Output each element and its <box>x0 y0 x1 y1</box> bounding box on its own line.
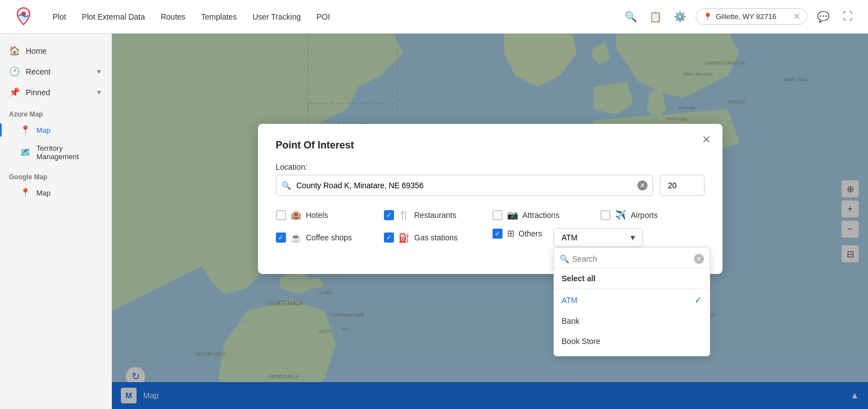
nav-templates[interactable]: Templates <box>201 12 237 21</box>
main: 🏠 Home 🕐 Recent ▼ 📌 Pinned ▼ Azure Map 📍… <box>0 34 868 409</box>
logo <box>11 3 36 30</box>
sidebar-item-pinned[interactable]: 📌 Pinned ▼ <box>0 82 111 103</box>
search-icon-btn[interactable]: 🔍 <box>622 8 640 26</box>
poi-checkbox-attractions[interactable] <box>492 210 503 220</box>
poi-modal: Point Of Interest ✕ Location: 🔍 ✕ <box>258 124 722 274</box>
poi-checkbox-coffee[interactable] <box>276 233 286 243</box>
poi-checkboxes-grid: 🏨 Hotels 🍴 Restaurants 📷 Attractions <box>276 210 705 247</box>
airports-icon: ✈️ <box>615 210 626 220</box>
sidebar-item-azure-map[interactable]: 📍 Map <box>0 120 59 140</box>
poi-checkbox-hotels[interactable] <box>276 210 286 220</box>
poi-item-airports[interactable]: ✈️ Airports <box>600 210 705 220</box>
active-marker <box>0 123 2 137</box>
atm-dropdown-arrow-icon: ▼ <box>629 233 637 242</box>
chat-icon-btn[interactable]: 💬 <box>814 8 832 26</box>
nav-links: Plot Plot External Data Routes Templates… <box>53 12 605 21</box>
gas-icon: ⛽ <box>398 233 410 243</box>
dropdown-search-icon: 🔍 <box>560 254 569 263</box>
recent-icon: 🕐 <box>9 66 20 77</box>
nav-user-tracking[interactable]: User Tracking <box>252 12 301 21</box>
poi-label-gas: Gas stations <box>414 233 458 242</box>
territory-icon: 🗺️ <box>20 147 31 157</box>
dropdown-select-all[interactable]: Select all <box>554 268 710 289</box>
nav-right: 🔍 📋 ⚙️ 📍 Gillette, WY 82716 ✕ 💬 ⛶ <box>622 8 857 26</box>
restaurant-icon: 🍴 <box>398 210 410 220</box>
location-search-input[interactable] <box>276 175 653 196</box>
sidebar-home-label: Home <box>26 47 46 55</box>
radius-input[interactable] <box>660 175 705 196</box>
poi-label-attractions: Attractions <box>523 211 560 220</box>
nav-plot[interactable]: Plot <box>53 12 66 21</box>
calendar-icon-btn[interactable]: 📋 <box>646 8 664 26</box>
poi-item-gas[interactable]: ⛽ Gas stations <box>384 228 488 247</box>
poi-item-hotels[interactable]: 🏨 Hotels <box>276 210 380 220</box>
poi-checkbox-airports[interactable] <box>600 210 611 220</box>
territory-label: Territory Management <box>36 144 102 161</box>
dropdown-item-bookstore-label: Book Store <box>562 337 600 346</box>
modal-location-row: 🔍 ✕ <box>276 175 705 196</box>
hotel-icon: 🏨 <box>290 210 302 220</box>
location-label: Location: <box>276 162 308 171</box>
pinned-icon: 📌 <box>9 87 20 97</box>
modal-title: Point Of Interest <box>276 140 705 151</box>
coffee-icon: ☕ <box>290 233 302 243</box>
location-pin-icon: 📍 <box>703 12 712 21</box>
home-icon: 🏠 <box>9 45 20 56</box>
modal-close-btn[interactable]: ✕ <box>702 133 711 146</box>
attractions-icon: 📷 <box>507 210 518 220</box>
poi-checkbox-restaurants[interactable] <box>384 210 394 220</box>
map-pin-icon: 📍 <box>20 125 31 135</box>
map-area[interactable]: CANADA Gulf of Alaska MEXICO GUATEMALA C… <box>112 34 868 409</box>
poi-item-others[interactable]: ⊞ Others ATM ▼ 🔍 <box>492 228 705 247</box>
atm-dropdown-value: ATM <box>562 233 578 242</box>
dropdown-item-atm-label: ATM <box>562 296 578 305</box>
dropdown-item-bookstore[interactable]: Book Store <box>554 331 710 351</box>
location-search-icon: 🔍 <box>281 181 291 190</box>
azure-map-section: Azure Map <box>0 103 111 120</box>
poi-checkbox-others[interactable] <box>492 229 503 239</box>
sidebar-item-recent[interactable]: 🕐 Recent ▼ <box>0 61 111 82</box>
poi-label-coffee: Coffee shops <box>306 233 352 242</box>
others-icon: ⊞ <box>507 228 514 239</box>
poi-item-coffee[interactable]: ☕ Coffee shops <box>276 228 380 247</box>
google-map-pin-icon: 📍 <box>20 188 31 198</box>
location-search-clear-btn[interactable]: ✕ <box>637 180 648 190</box>
sidebar-item-google-map[interactable]: 📍 Map <box>0 183 111 202</box>
recent-chevron-icon: ▼ <box>96 68 102 76</box>
location-bar[interactable]: 📍 Gillette, WY 82716 ✕ <box>696 8 808 25</box>
poi-label-hotels: Hotels <box>306 211 329 220</box>
dropdown-item-atm[interactable]: ATM ✓ <box>554 289 710 311</box>
pinned-chevron-icon: ▼ <box>96 89 102 96</box>
sidebar-item-territory[interactable]: 🗺️ Territory Management <box>0 140 111 165</box>
settings-icon-btn[interactable]: ⚙️ <box>671 8 689 26</box>
poi-label-others: Others <box>519 229 542 238</box>
location-bar-text: Gillette, WY 82716 <box>716 12 790 21</box>
dropdown-item-bank-label: Bank <box>562 317 580 326</box>
azure-map-item-wrap: 📍 Map <box>0 120 111 140</box>
nav-plot-external[interactable]: Plot External Data <box>82 12 145 21</box>
location-search-wrap: 🔍 ✕ <box>276 175 653 196</box>
poi-label-airports: Airports <box>631 211 658 220</box>
atm-check-icon: ✓ <box>695 295 702 305</box>
sidebar-recent-label: Recent <box>26 67 50 76</box>
sidebar-item-home[interactable]: 🏠 Home <box>0 40 111 61</box>
dropdown-search-clear-btn[interactable]: ✕ <box>694 254 704 264</box>
nav-routes[interactable]: Routes <box>161 12 185 21</box>
atm-dropdown-btn[interactable]: ATM ▼ <box>553 228 643 247</box>
dropdown-item-bank[interactable]: Bank <box>554 311 710 331</box>
poi-label-restaurants: Restaurants <box>414 211 456 220</box>
azure-map-label: Map <box>36 126 50 134</box>
fullscreen-icon-btn[interactable]: ⛶ <box>839 8 857 26</box>
dropdown-panel: 🔍 ✕ Select all ATM ✓ Ban <box>553 247 710 356</box>
google-map-label: Map <box>36 189 50 197</box>
dropdown-search-input[interactable] <box>573 253 691 264</box>
poi-checkbox-gas[interactable] <box>384 233 394 243</box>
location-clear-icon[interactable]: ✕ <box>793 11 800 22</box>
nav-poi[interactable]: POI <box>317 12 330 21</box>
sidebar: 🏠 Home 🕐 Recent ▼ 📌 Pinned ▼ Azure Map 📍… <box>0 34 112 409</box>
dropdown-search-wrap: 🔍 ✕ <box>554 248 710 268</box>
poi-item-restaurants[interactable]: 🍴 Restaurants <box>384 210 488 220</box>
topnav: Plot Plot External Data Routes Templates… <box>0 0 868 34</box>
poi-item-attractions[interactable]: 📷 Attractions <box>492 210 597 220</box>
sidebar-pinned-label: Pinned <box>26 88 50 97</box>
